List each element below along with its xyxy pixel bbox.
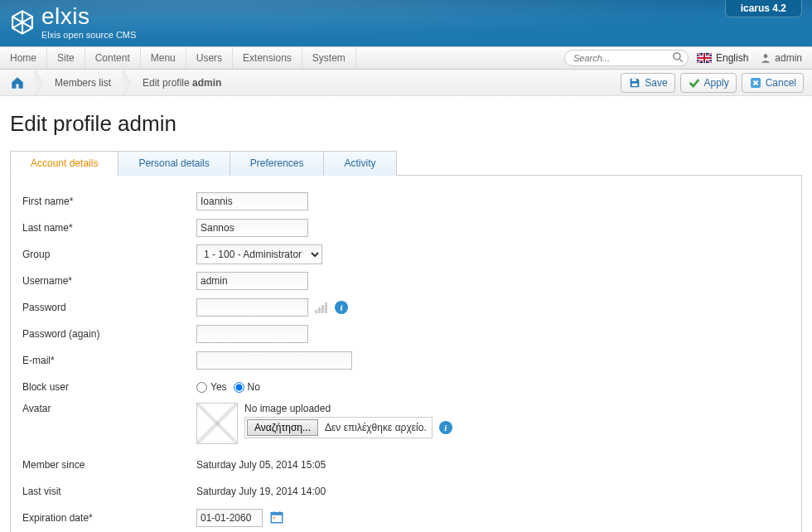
breadcrumb-home[interactable] xyxy=(0,70,35,95)
breadcrumb-current: Edit profile admin xyxy=(131,70,233,95)
firstname-input[interactable] xyxy=(196,192,308,210)
label-username: Username* xyxy=(22,275,196,287)
label-expiration: Expiration date* xyxy=(22,512,196,524)
expiration-input[interactable] xyxy=(196,509,263,527)
version-badge: icarus 4.2 xyxy=(725,0,802,17)
brand-tagline: Elxis open source CMS xyxy=(41,30,136,40)
chevron-right-icon xyxy=(35,70,43,96)
search-input[interactable] xyxy=(564,50,689,66)
breadcrumb-members-list[interactable]: Members list xyxy=(43,70,123,95)
info-icon[interactable]: i xyxy=(335,301,348,314)
label-lastvisit: Last visit xyxy=(22,486,196,497)
user-label: admin xyxy=(775,52,802,64)
svg-point-0 xyxy=(674,53,680,60)
menu-site[interactable]: Site xyxy=(47,47,85,69)
save-button[interactable]: Save xyxy=(621,73,674,93)
svg-line-1 xyxy=(679,59,683,62)
main-menu: Home Site Content Menu Users Extensions … xyxy=(0,46,812,70)
flag-icon xyxy=(697,53,712,63)
apply-button[interactable]: Apply xyxy=(680,73,737,93)
file-status: Δεν επιλέχθηκε αρχείο. xyxy=(325,422,427,433)
menu-home[interactable]: Home xyxy=(0,47,47,69)
group-select[interactable]: 1 - 100 - Administrator xyxy=(196,244,322,264)
membersince-value: Saturday July 05, 2014 15:05 xyxy=(196,459,326,471)
logo-icon xyxy=(8,8,36,36)
search-icon[interactable] xyxy=(672,51,684,65)
cancel-icon xyxy=(749,76,762,89)
block-no-radio[interactable] xyxy=(234,382,244,393)
avatar-status: No image uploaded xyxy=(244,403,452,414)
username-input[interactable] xyxy=(196,272,308,290)
password-input[interactable] xyxy=(196,298,308,317)
tab-personal-details[interactable]: Personal details xyxy=(118,151,230,176)
tabs: Account details Personal details Prefere… xyxy=(10,150,802,176)
label-lastname: Last name* xyxy=(22,222,196,234)
tab-account-details[interactable]: Account details xyxy=(10,151,118,176)
apply-icon xyxy=(688,76,701,89)
label-firstname: First name* xyxy=(22,196,196,207)
menu-content[interactable]: Content xyxy=(85,47,141,69)
home-icon xyxy=(10,75,25,90)
menu-system[interactable]: System xyxy=(302,47,356,69)
avatar-file-picker[interactable]: Αναζήτηση... Δεν επιλέχθηκε αρχείο. xyxy=(244,417,433,438)
password-again-input[interactable] xyxy=(196,325,308,343)
breadcrumb: Members list Edit profile admin xyxy=(0,70,233,95)
search-box xyxy=(564,50,689,66)
strength-icon xyxy=(315,302,328,313)
avatar-preview xyxy=(196,403,238,444)
brand-name: elxis xyxy=(41,5,136,28)
app-header: elxis Elxis open source CMS icarus 4.2 xyxy=(0,0,812,46)
label-group: Group xyxy=(22,249,196,260)
cancel-button[interactable]: Cancel xyxy=(742,73,804,93)
file-browse-button[interactable]: Αναζήτηση... xyxy=(247,419,318,436)
menu-menu[interactable]: Menu xyxy=(141,47,186,69)
info-icon[interactable]: i xyxy=(439,421,452,434)
lastvisit-value: Saturday July 19, 2014 14:00 xyxy=(196,486,326,497)
calendar-icon[interactable] xyxy=(269,510,284,527)
account-details-panel: First name* Last name* Group 1 - 100 - A… xyxy=(10,176,802,532)
label-password2: Password (again) xyxy=(22,328,196,340)
email-input[interactable] xyxy=(196,351,352,370)
brand-logo[interactable]: elxis Elxis open source CMS xyxy=(8,5,136,40)
tab-activity[interactable]: Activity xyxy=(323,151,396,176)
chevron-right-icon xyxy=(123,70,131,96)
label-password: Password xyxy=(22,302,196,313)
lastname-input[interactable] xyxy=(196,219,308,237)
svg-rect-11 xyxy=(273,517,275,519)
page-title: Edit profile admin xyxy=(10,111,802,137)
user-icon xyxy=(760,52,771,64)
menu-extensions[interactable]: Extensions xyxy=(233,47,302,69)
language-selector[interactable]: English xyxy=(697,52,748,64)
svg-point-3 xyxy=(764,54,768,58)
current-user[interactable]: admin xyxy=(760,52,802,64)
block-yes-radio[interactable] xyxy=(196,382,207,393)
svg-rect-5 xyxy=(632,84,638,86)
toolbar: Members list Edit profile admin Save App… xyxy=(0,70,812,96)
tab-preferences[interactable]: Preferences xyxy=(230,151,325,176)
svg-rect-4 xyxy=(632,79,636,81)
label-membersince: Member since xyxy=(22,459,196,471)
svg-rect-8 xyxy=(271,512,283,515)
label-avatar: Avatar xyxy=(22,403,196,414)
menu-users[interactable]: Users xyxy=(186,47,233,69)
language-label: English xyxy=(716,52,748,64)
save-icon xyxy=(628,76,641,89)
label-block: Block user xyxy=(22,381,196,393)
label-email: E-mail* xyxy=(22,355,196,366)
